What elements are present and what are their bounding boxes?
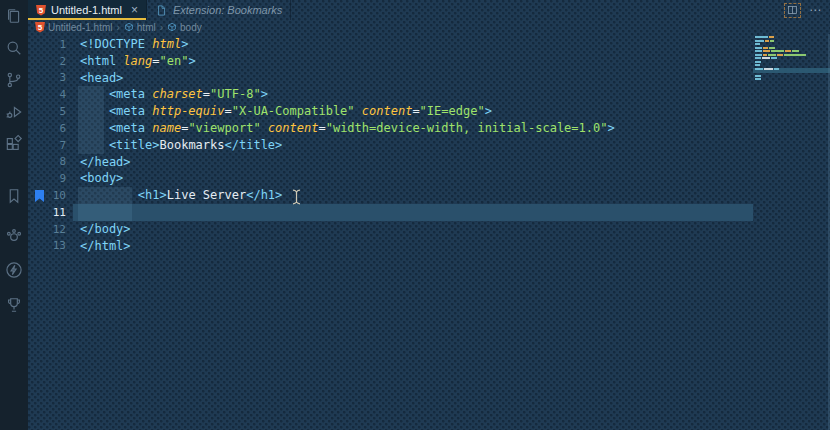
code-line[interactable]: <meta http-equiv="X-UA-Compatible" conte…	[66, 103, 492, 120]
search-icon	[4, 38, 24, 58]
minimap-line	[755, 50, 799, 52]
breadcrumb-separator: ›	[116, 22, 119, 33]
cube-icon	[124, 22, 134, 32]
line-number[interactable]: 2	[46, 55, 66, 68]
line-row-11: 11	[28, 204, 830, 221]
activity-bar-item-paw[interactable]	[1, 222, 27, 248]
code-line[interactable]: <html lang="en">	[66, 53, 196, 70]
code-line[interactable]: <h1>Live Server</h1>	[66, 187, 282, 204]
minimap-line	[755, 54, 806, 56]
line-row-5: 5 <meta http-equiv="X-UA-Compatible" con…	[28, 103, 830, 120]
line-number[interactable]: 6	[46, 122, 66, 135]
line-row-2: 2<html lang="en">	[28, 53, 830, 70]
html5-icon: 5	[36, 5, 46, 16]
line-row-6: 6 <meta name="viewport" content="width=d…	[28, 120, 830, 137]
code-line[interactable]: </html>	[66, 238, 131, 255]
bookmarks-icon	[4, 186, 24, 206]
breadcrumb: 5Untitled-1.html›html›body	[28, 20, 830, 34]
more-actions-button[interactable]: ⋯	[809, 4, 822, 16]
minimap-line	[755, 68, 779, 70]
line-row-1: 1<!DOCTYPE html>	[28, 36, 830, 53]
thunder-icon	[4, 260, 24, 280]
activity-bar-item-explorer[interactable]	[1, 3, 27, 29]
line-number[interactable]: 7	[46, 139, 66, 152]
activity-bar-item-trophy[interactable]	[1, 292, 27, 318]
breadcrumb-separator: ›	[160, 22, 163, 33]
line-number[interactable]: 4	[46, 88, 66, 101]
editor-actions: ⋯	[784, 0, 830, 20]
source-control-icon	[4, 70, 24, 90]
activity-bar	[0, 0, 28, 430]
breadcrumb-label: Untitled-1.html	[48, 22, 112, 33]
breadcrumb-item-html[interactable]: html	[124, 22, 156, 33]
tab-untitled-1-html[interactable]: 5Untitled-1.html×	[28, 0, 147, 20]
code-line[interactable]: <title>Bookmarks</title>	[66, 137, 282, 154]
code-line[interactable]: <!DOCTYPE html>	[66, 36, 188, 53]
line-row-7: 7 <title>Bookmarks</title>	[28, 137, 830, 154]
line-number[interactable]: 5	[46, 105, 66, 118]
symbol-icon	[167, 22, 177, 32]
cube-icon	[167, 22, 177, 32]
line-number[interactable]: 10	[46, 189, 66, 202]
minimap-line	[755, 36, 774, 38]
code-line[interactable]: <head>	[66, 70, 123, 87]
line-number[interactable]: 8	[46, 155, 66, 168]
paw-icon	[4, 225, 24, 245]
line-number[interactable]: 11	[46, 206, 66, 219]
glyph-margin[interactable]	[28, 190, 46, 202]
line-row-3: 3<head>	[28, 70, 830, 87]
file-icon	[155, 4, 168, 17]
line-row-4: 4 <meta charset="UTF-8">	[28, 86, 830, 103]
split-editor-icon	[786, 4, 799, 16]
line-number[interactable]: 3	[46, 71, 66, 84]
activity-bar-item-thunder[interactable]	[1, 257, 27, 283]
code-line[interactable]: <meta name="viewport" content="width=dev…	[66, 120, 615, 137]
file-icon	[155, 4, 168, 17]
line-number[interactable]: 1	[46, 38, 66, 51]
tab-bar: 5Untitled-1.html×Extension: Bookmarks ⋯	[28, 0, 830, 20]
tab-title: Extension: Bookmarks	[173, 4, 282, 16]
code-line[interactable]: <meta charset="UTF-8">	[66, 86, 268, 103]
code-line[interactable]: </body>	[66, 221, 131, 238]
breadcrumb-label: html	[137, 22, 156, 33]
close-icon[interactable]: ×	[131, 4, 138, 16]
line-row-8: 8</head>	[28, 154, 830, 171]
symbol-icon	[124, 22, 134, 32]
breadcrumb-item-body[interactable]: body	[167, 22, 202, 33]
line-number[interactable]: 13	[46, 239, 66, 252]
line-row-10: 10 <h1>Live Server</h1>	[28, 187, 830, 204]
minimap-line	[755, 57, 777, 59]
activity-bar-item-bookmarks[interactable]	[1, 183, 27, 209]
code-line[interactable]: </head>	[66, 154, 131, 171]
minimap-line	[755, 61, 761, 63]
trophy-icon	[4, 295, 24, 315]
extensions-icon	[4, 134, 24, 154]
activity-bar-item-search[interactable]	[1, 35, 27, 61]
line-row-13: 13</html>	[28, 238, 830, 255]
minimap-line	[755, 75, 761, 77]
html5-icon: 5	[35, 22, 45, 33]
code-editor[interactable]: 1<!DOCTYPE html>2<html lang="en">3<head>…	[28, 34, 830, 430]
breadcrumb-label: body	[180, 22, 202, 33]
minimap-line	[755, 40, 774, 42]
activity-bar-item-extensions[interactable]	[1, 131, 27, 157]
minimap-line	[755, 78, 761, 80]
minimap-line	[755, 64, 760, 66]
line-number[interactable]: 9	[46, 172, 66, 185]
explorer-icon	[4, 6, 24, 26]
code-line[interactable]: <body>	[66, 170, 123, 187]
tab-extension-bookmarks[interactable]: Extension: Bookmarks	[147, 0, 291, 20]
line-number[interactable]: 12	[46, 223, 66, 236]
activity-bar-item-source-control[interactable]	[1, 67, 27, 93]
bookmark-gutter-icon	[35, 190, 44, 202]
activity-bar-item-run-debug[interactable]	[1, 99, 27, 125]
line-row-9: 9<body>	[28, 170, 830, 187]
editor-group: 5Untitled-1.html×Extension: Bookmarks ⋯ …	[28, 0, 830, 430]
code-lines: 1<!DOCTYPE html>2<html lang="en">3<head>…	[28, 34, 830, 254]
minimap-line	[755, 43, 760, 45]
split-editor-button[interactable]	[784, 3, 801, 18]
minimap[interactable]	[753, 34, 830, 118]
breadcrumb-item-untitled-1-html[interactable]: 5Untitled-1.html	[35, 22, 112, 33]
minimap-line	[755, 47, 775, 49]
tab-title: Untitled-1.html	[51, 4, 122, 16]
